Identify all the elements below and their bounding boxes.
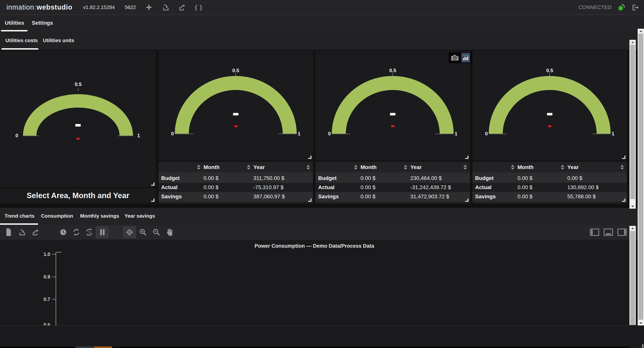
header-empty [316, 165, 360, 170]
scroll-down-arrow[interactable] [630, 204, 636, 209]
header-year[interactable]: Year [410, 164, 470, 170]
y-axis-cap [56, 252, 61, 252]
crosshair-icon[interactable] [123, 226, 136, 238]
tab-trend-charts[interactable]: Trend charts [4, 213, 34, 219]
header-month[interactable]: Month [518, 164, 567, 170]
upper-section-scrollbar[interactable] [630, 40, 636, 209]
braces-icon[interactable]: { } [195, 4, 203, 10]
gauge-max-tick [592, 134, 611, 134]
sort-icon[interactable] [354, 165, 358, 170]
zoom-out-icon[interactable] [150, 226, 163, 238]
header-month[interactable]: Month [360, 164, 410, 170]
panel-resize-handle[interactable] [308, 198, 312, 202]
table-header-row: Month Year [158, 162, 313, 173]
month-value: 0.00 $ [518, 184, 567, 190]
month-value: 0.00 $ [360, 193, 410, 200]
sort-icon[interactable] [511, 165, 514, 170]
layout-left-icon[interactable] [590, 229, 599, 236]
gauge-mid-label: 0.5 [388, 68, 398, 73]
sort-icon[interactable] [561, 165, 564, 170]
import-icon[interactable] [15, 226, 29, 238]
bar-chart-icon[interactable] [461, 53, 470, 62]
tab-settings[interactable]: Settings [32, 20, 53, 26]
header-label: Month [204, 164, 220, 170]
page-scrollbar[interactable] [638, 29, 644, 326]
toolbar-spacer [110, 225, 123, 239]
plus-icon[interactable] [145, 3, 153, 11]
tab-utilities[interactable]: Utilities [5, 20, 24, 26]
gauge-arc [23, 94, 133, 136]
sort-icon[interactable] [247, 165, 250, 170]
year-value: 31,472,903.72 $ [410, 193, 470, 200]
tab-consumption[interactable]: Consumption [41, 213, 73, 219]
panel-resize-handle[interactable] [151, 182, 154, 186]
taskbar-item-highlighted[interactable] [94, 347, 112, 348]
gauge-target-marker [234, 125, 238, 127]
header-year[interactable]: Year [254, 164, 313, 170]
zoom-in-icon[interactable] [136, 226, 150, 238]
import-icon[interactable] [162, 4, 169, 11]
scrollbar-thumb[interactable] [638, 34, 643, 320]
logout-icon[interactable] [631, 3, 639, 11]
scroll-up-arrow[interactable] [638, 29, 644, 33]
header-empty [158, 165, 204, 170]
pause-button[interactable] [96, 226, 109, 238]
session-id-label: 5622 [125, 4, 136, 10]
tab-utilities-units[interactable]: Utilities units [43, 37, 74, 43]
gauge-min-tick [489, 134, 507, 134]
y-tick [52, 299, 56, 300]
panel-resize-handle[interactable] [465, 198, 468, 202]
gauge-panel-3: 0.5 0 1 [316, 51, 470, 161]
trend-chart[interactable]: Power Consumption — Demo Data/Process Da… [0, 240, 644, 326]
scrollbar-thumb[interactable] [630, 231, 635, 325]
time-range-icon[interactable] [56, 226, 70, 238]
panel-resize-handle[interactable] [465, 156, 468, 159]
lower-section-scrollbar[interactable] [630, 226, 636, 325]
scroll-up-arrow[interactable] [630, 226, 636, 230]
scrollbar-fragment[interactable] [642, 344, 644, 348]
panel-resize-handle[interactable] [622, 156, 626, 159]
sort-icon[interactable] [404, 165, 407, 170]
chart-hover-toolbar [448, 52, 472, 63]
new-file-button[interactable] [2, 226, 15, 238]
y-tick [52, 254, 56, 255]
month-value: 0.00 $ [204, 184, 254, 190]
tab-monthly-savings[interactable]: Monthly savings [80, 213, 119, 219]
export-icon[interactable] [178, 4, 186, 11]
sort-icon[interactable] [464, 165, 467, 170]
export-icon[interactable] [29, 226, 42, 238]
gauge-max-tick [436, 134, 454, 134]
below-chart-area [0, 326, 644, 348]
sort-icon[interactable] [197, 165, 200, 170]
layout-right-icon[interactable] [618, 229, 627, 236]
gauge-max-label: 1 [298, 131, 309, 137]
panel-resize-handle[interactable] [308, 156, 312, 159]
header-month[interactable]: Month [204, 164, 254, 170]
auto-refresh-icon[interactable] [82, 226, 96, 238]
gauge-panel-2: 0.5 0 1 [158, 51, 313, 161]
budget-table-3: Month Year Budget 0.00 $ 0.00 $ Actual 0… [472, 162, 627, 203]
gauge-min-label: 0 [319, 131, 331, 137]
select-message-panel: Select Area, Month and Year [0, 188, 156, 203]
header-label: Month [360, 164, 376, 170]
taskbar-item[interactable] [75, 347, 94, 348]
chart-title: Power Consumption — Demo Data/Process Da… [0, 243, 629, 249]
tab-utilities-costs[interactable]: Utilities costs [5, 37, 38, 43]
scrollbar-thumb[interactable] [630, 45, 635, 199]
panel-resize-handle[interactable] [151, 198, 154, 202]
sort-icon[interactable] [306, 165, 310, 170]
refresh-icon[interactable] [70, 226, 83, 238]
camera-icon[interactable] [450, 54, 459, 61]
gauge-min-label: 0 [7, 133, 18, 139]
gauge-mid-label: 0.5 [74, 81, 83, 87]
tab-year-savings[interactable]: Year savings [124, 213, 155, 219]
scroll-down-arrow[interactable] [638, 321, 644, 326]
panel-resize-handle[interactable] [622, 198, 626, 202]
hand-pan-icon[interactable] [163, 226, 176, 238]
layout-bottom-icon[interactable] [604, 229, 613, 236]
sort-icon[interactable] [620, 165, 624, 170]
gauge-value-marker [75, 124, 81, 127]
scroll-up-arrow[interactable] [630, 40, 636, 44]
header-year[interactable]: Year [567, 164, 627, 170]
top-bar: inmation:webstudio v1.82.2.15284 5622 { … [0, 0, 644, 15]
